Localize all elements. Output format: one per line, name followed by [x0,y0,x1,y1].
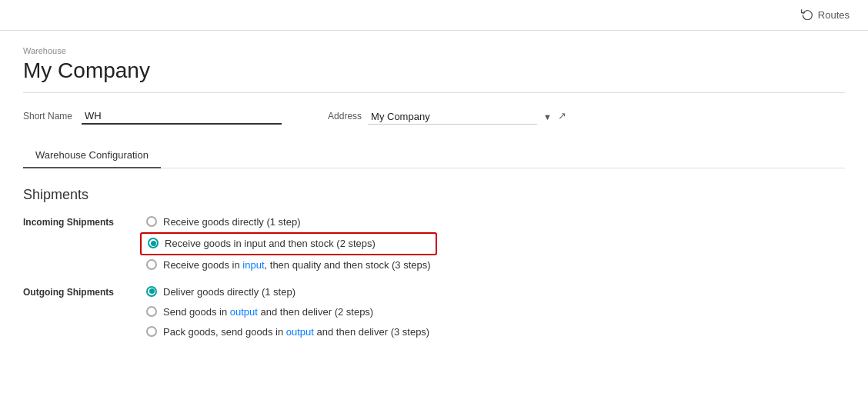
breadcrumb: Warehouse [23,46,845,55]
incoming-option-2-text: Receive goods in input and then stock (2… [165,237,376,251]
refresh-icon [801,8,813,22]
incoming-option-1[interactable]: Receive goods directly (1 step) [146,215,431,229]
shipments-section: Shipments Incoming Shipments Receive goo… [23,187,845,339]
routes-button[interactable]: Routes [795,5,856,25]
tabs: Warehouse Configuration [23,143,845,168]
outgoing-radio-2 [146,306,157,317]
incoming-option-1-text: Receive goods directly (1 step) [163,215,300,229]
tab-warehouse-configuration[interactable]: Warehouse Configuration [23,143,161,168]
address-label: Address [328,111,362,125]
incoming-option-3[interactable]: Receive goods in input, then quality and… [146,258,431,272]
outgoing-option-1-text: Deliver goods directly (1 step) [163,285,295,299]
incoming-radio-1 [146,216,157,227]
top-bar: Routes [0,0,868,31]
incoming-shipments-label: Incoming Shipments [23,215,146,273]
outgoing-radio-1 [146,286,157,297]
external-link-icon[interactable]: ↗ [558,110,566,122]
page-title: My Company [23,58,845,93]
outgoing-option-2[interactable]: Send goods in output and then deliver (2… [146,305,429,319]
dropdown-arrow-icon[interactable]: ▼ [543,112,552,122]
outgoing-shipments-label: Outgoing Shipments [23,285,146,340]
routes-label: Routes [818,9,850,21]
outgoing-option-2-text: Send goods in output and then deliver (2… [163,305,373,319]
address-select[interactable]: My Company [368,109,537,125]
outgoing-shipments-row: Outgoing Shipments Deliver goods directl… [23,285,845,340]
page-content: Warehouse My Company Short Name Address … [0,31,868,373]
incoming-option-3-text: Receive goods in input, then quality and… [163,258,431,272]
incoming-radio-2 [148,238,159,248]
short-name-label: Short Name [23,111,72,125]
incoming-radio-3 [146,259,157,270]
address-group: Address My Company ▼ ↗ [328,109,566,125]
short-name-input[interactable] [82,108,282,125]
outgoing-radio-3 [146,326,157,337]
form-fields: Short Name Address My Company ▼ ↗ [23,108,845,125]
shipments-title: Shipments [23,187,845,203]
outgoing-option-3[interactable]: Pack goods, send goods in output and the… [146,325,429,339]
incoming-shipments-row: Incoming Shipments Receive goods directl… [23,215,845,273]
incoming-radio-options: Receive goods directly (1 step) Receive … [146,215,431,273]
outgoing-option-1[interactable]: Deliver goods directly (1 step) [146,285,429,299]
outgoing-option-3-text: Pack goods, send goods in output and the… [163,325,429,339]
outgoing-radio-options: Deliver goods directly (1 step) Send goo… [146,285,429,340]
incoming-option-2[interactable]: Receive goods in input and then stock (2… [140,232,437,255]
short-name-group: Short Name [23,108,282,125]
